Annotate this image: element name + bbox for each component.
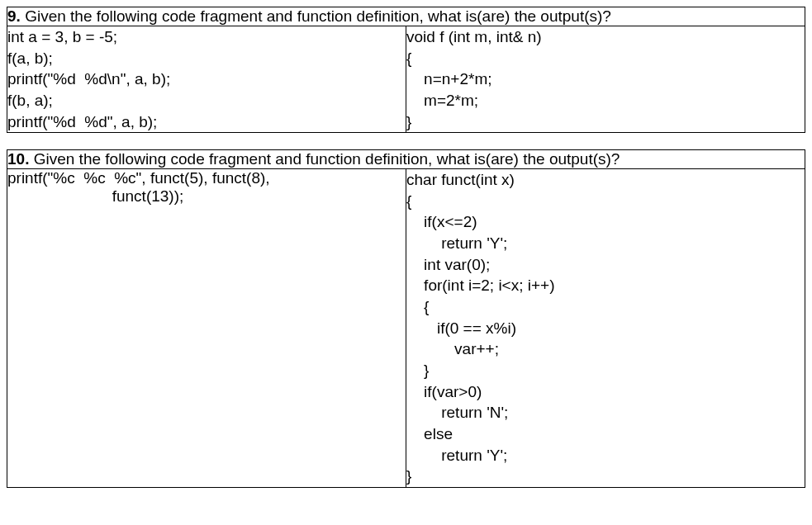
q9-right-code: void f (int m, int& n) { n=n+2*m; m=2*m;… [406, 26, 805, 133]
q10-prompt: Given the following code fragment and fu… [34, 150, 620, 168]
q9-number: 9. [7, 7, 21, 25]
q9-header: 9. Given the following code fragment and… [7, 7, 805, 26]
q9-left-code: int a = 3, b = -5; f(a, b); printf("%d %… [7, 26, 406, 133]
q10-left-code: printf("%c %c %c", funct(5), funct(8), f… [7, 169, 406, 488]
question-9: 9. Given the following code fragment and… [7, 7, 805, 133]
question-10: 10. Given the following code fragment an… [7, 149, 805, 488]
q10-header: 10. Given the following code fragment an… [7, 150, 805, 169]
q10-number: 10. [7, 150, 29, 168]
q9-table: 9. Given the following code fragment and… [7, 7, 805, 133]
q10-table: 10. Given the following code fragment an… [7, 149, 805, 488]
q10-right-code: char funct(int x) { if(x<=2) return 'Y';… [406, 169, 805, 488]
q9-prompt: Given the following code fragment and fu… [25, 7, 611, 25]
